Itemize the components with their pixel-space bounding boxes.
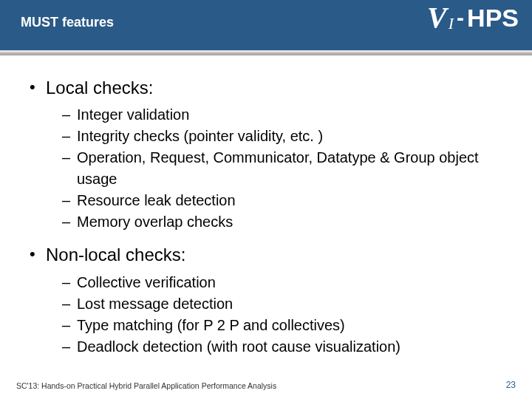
list-item: Integer validation — [46, 104, 505, 126]
footer: SC'13: Hands-on Practical Hybrid Paralle… — [16, 380, 516, 390]
slide: MUST features V I - HPS Local checks: In… — [0, 0, 532, 399]
footer-text: SC'13: Hands-on Practical Hybrid Paralle… — [16, 381, 276, 390]
header-bar: MUST features V I - HPS — [0, 0, 532, 50]
bullet-local: Local checks: Integer validation Integri… — [27, 76, 505, 233]
list-item: Lost message detection — [46, 293, 505, 315]
list-item: Operation, Request, Communicator, Dataty… — [46, 147, 505, 190]
content-area: Local checks: Integer validation Integri… — [0, 55, 532, 358]
bullet-nonlocal-title: Non-local checks: — [46, 245, 185, 265]
logo-row: V I - HPS — [427, 3, 519, 33]
logo-hps: HPS — [467, 5, 519, 30]
local-sublist: Integer validation Integrity checks (poi… — [46, 104, 505, 233]
top-list: Local checks: Integer validation Integri… — [27, 76, 505, 358]
list-item: Memory overlap checks — [46, 211, 505, 233]
list-item: Resource leak detection — [46, 190, 505, 211]
logo-i: I — [449, 16, 454, 32]
bullet-local-title: Local checks: — [46, 78, 153, 98]
nonlocal-sublist: Collective verification Lost message det… — [46, 272, 505, 358]
page-number: 23 — [506, 380, 516, 390]
list-item: Integrity checks (pointer validity, etc.… — [46, 126, 505, 147]
vi-hps-logo: V I - HPS — [427, 3, 519, 46]
list-item: Deadlock detection (with root cause visu… — [46, 336, 505, 358]
logo-dash: - — [457, 7, 464, 29]
list-item: Collective verification — [46, 272, 505, 293]
bullet-nonlocal: Non-local checks: Collective verificatio… — [27, 243, 505, 357]
logo-v: V — [427, 3, 447, 33]
header-underbar — [0, 50, 532, 55]
list-item: Type matching (for P 2 P and collectives… — [46, 315, 505, 336]
slide-title: MUST features — [21, 15, 114, 30]
